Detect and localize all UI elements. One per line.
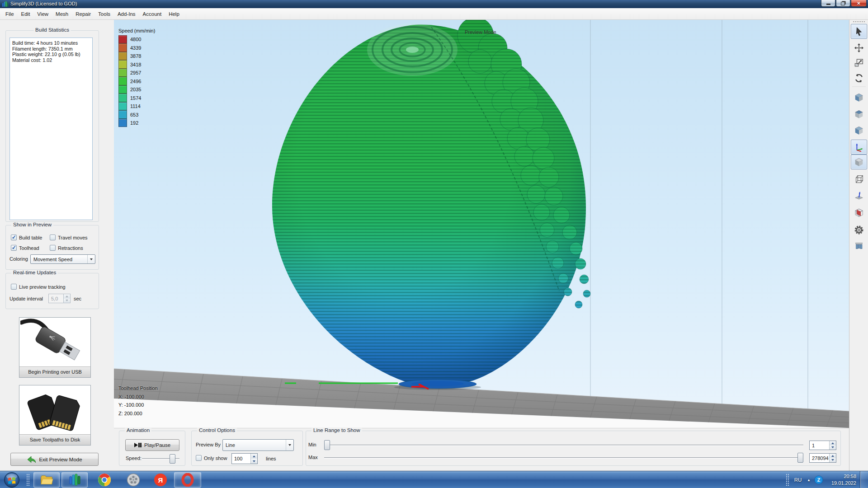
checkbox-travel-moves[interactable]: Travel moves bbox=[50, 235, 88, 240]
surface-normals-button[interactable] bbox=[851, 188, 867, 203]
toolbar-grip[interactable] bbox=[853, 21, 865, 23]
svg-text:Я: Я bbox=[158, 476, 163, 484]
menu-item-help[interactable]: Help bbox=[165, 9, 183, 19]
coloring-select[interactable]: Movement Speed bbox=[30, 254, 95, 264]
pan-tool-button[interactable] bbox=[851, 40, 867, 55]
view-default-button[interactable] bbox=[851, 90, 867, 105]
settings-gear-button[interactable] bbox=[851, 222, 867, 237]
min-slider-thumb[interactable] bbox=[324, 440, 330, 450]
tray-grip[interactable] bbox=[786, 474, 789, 486]
taskbar-chrome-button[interactable] bbox=[93, 472, 116, 488]
preview-3d-viewport[interactable]: Speed (mm/min) 4800433938783418295724962… bbox=[114, 20, 849, 428]
menu-item-mesh[interactable]: Mesh bbox=[52, 9, 72, 19]
legend-swatch bbox=[118, 94, 127, 102]
checkbox-build-table[interactable]: Build table bbox=[11, 235, 42, 240]
taskbar-opera-button[interactable] bbox=[174, 472, 201, 488]
chevron-down-icon bbox=[87, 255, 95, 263]
toolbar-separator bbox=[852, 87, 866, 88]
menu-item-edit[interactable]: Edit bbox=[18, 9, 34, 19]
update-interval-spinner[interactable]: 5,0 bbox=[48, 294, 71, 303]
taskbar-yandex-browser-button[interactable]: Я bbox=[149, 472, 172, 488]
checkbox-icon bbox=[50, 235, 56, 240]
restore-button[interactable] bbox=[836, 0, 850, 7]
scale-tool-icon bbox=[854, 58, 864, 68]
live-preview-tracking-checkbox[interactable]: Live preview tracking bbox=[11, 284, 66, 290]
simplify3d-icon bbox=[68, 473, 81, 487]
tray-app-icon[interactable]: Z bbox=[814, 475, 823, 485]
speed-slider-thumb[interactable] bbox=[170, 454, 175, 464]
view-front-icon bbox=[854, 126, 864, 136]
max-slider-thumb[interactable] bbox=[797, 453, 803, 463]
taskbar-explorer-button[interactable] bbox=[33, 472, 60, 488]
menu-item-view[interactable]: View bbox=[33, 9, 52, 19]
cursor-tool-button[interactable] bbox=[851, 24, 867, 39]
min-value-spinner[interactable]: 1 bbox=[809, 441, 836, 450]
min-slider-track[interactable] bbox=[324, 445, 803, 446]
speed-legend: Speed (mm/min) 4800433938783418295724962… bbox=[118, 28, 155, 127]
windows-orb-icon bbox=[4, 472, 20, 488]
cursor-tool-icon bbox=[854, 27, 864, 37]
only-show-checkbox[interactable]: Only show bbox=[196, 455, 227, 461]
legend-entry: 4800 bbox=[118, 35, 155, 44]
preview-mode-label: Preview Mode bbox=[465, 29, 496, 35]
play-pause-icon bbox=[134, 443, 142, 447]
max-slider-track[interactable] bbox=[324, 457, 803, 459]
checkbox-icon bbox=[11, 235, 17, 240]
save-toolpaths-button[interactable]: Save Toolpaths to Disk bbox=[19, 385, 91, 446]
menu-item-file[interactable]: File bbox=[2, 9, 18, 19]
legend-value: 4800 bbox=[127, 37, 141, 42]
render-wireframe-button[interactable] bbox=[851, 171, 867, 186]
spinner-arrows-icon[interactable] bbox=[829, 441, 836, 450]
play-pause-button[interactable]: Play/Pause bbox=[125, 439, 179, 451]
view-toolbar bbox=[849, 20, 868, 471]
tray-expand-icon[interactable]: ▲ bbox=[805, 471, 813, 488]
title-bar: Simplify3D (Licensed to GOD) ✕ bbox=[0, 0, 868, 8]
realtime-updates-title: Real-time Updates bbox=[11, 270, 58, 275]
view-top-icon bbox=[854, 109, 864, 119]
legend-entry: 2957 bbox=[118, 69, 155, 77]
view-top-button[interactable] bbox=[851, 107, 867, 122]
lines-count-spinner[interactable]: 100 bbox=[231, 453, 258, 464]
show-desktop-button[interactable] bbox=[860, 471, 868, 488]
taskbar-simplify3d-button[interactable] bbox=[61, 472, 88, 488]
start-button[interactable] bbox=[4, 472, 20, 488]
close-button[interactable]: ✕ bbox=[851, 0, 867, 7]
checkbox-toolhead[interactable]: Toolhead bbox=[11, 245, 39, 251]
view-default-icon bbox=[854, 93, 864, 103]
checkbox-retractions[interactable]: Retractions bbox=[50, 245, 83, 251]
coordinate-axes-button[interactable] bbox=[851, 140, 867, 155]
render-solid-button[interactable] bbox=[851, 155, 867, 169]
max-value-spinner[interactable]: 278094 bbox=[809, 453, 836, 463]
toolhead-position-readout: Toolhead Position X: -100.000 Y: -100.00… bbox=[118, 384, 158, 418]
language-indicator[interactable]: RU bbox=[792, 471, 804, 488]
begin-printing-usb-button[interactable]: Begin Printing over USB bbox=[19, 317, 91, 378]
menu-item-tools[interactable]: Tools bbox=[94, 9, 114, 19]
taskbar-media-player-button[interactable] bbox=[122, 472, 145, 488]
preview-by-select[interactable]: Line bbox=[222, 439, 294, 451]
machine-control-button[interactable] bbox=[851, 238, 867, 253]
menu-item-repair[interactable]: Repair bbox=[72, 9, 94, 19]
usb-button-label: Begin Printing over USB bbox=[19, 366, 90, 377]
rotate-tool-button[interactable] bbox=[851, 70, 867, 85]
taskbar-grip[interactable] bbox=[26, 474, 30, 486]
exit-preview-mode-button[interactable]: Exit Preview Mode bbox=[10, 453, 99, 466]
spinner-arrows-icon[interactable] bbox=[63, 294, 70, 303]
menu-item-add-ins[interactable]: Add-Ins bbox=[114, 9, 139, 19]
cross-section-button[interactable] bbox=[851, 205, 867, 220]
spinner-arrows-icon[interactable] bbox=[829, 454, 836, 462]
svg-text:Z: Z bbox=[817, 477, 821, 483]
windows-taskbar: RU ▲ Z 20:58 19.01.2022 Я bbox=[0, 471, 868, 488]
legend-swatch bbox=[118, 85, 127, 94]
3d-scene bbox=[114, 20, 849, 428]
view-front-button[interactable] bbox=[851, 123, 867, 138]
clock[interactable]: 20:58 19.01.2022 bbox=[825, 473, 856, 487]
menu-item-account[interactable]: Account bbox=[139, 9, 165, 19]
legend-value: 2035 bbox=[127, 87, 141, 92]
scale-tool-button[interactable] bbox=[851, 55, 867, 70]
minimize-button[interactable] bbox=[821, 0, 835, 7]
build-statistics-box: Build time: 4 hours 10 minutesFilament l… bbox=[9, 38, 93, 220]
legend-swatch bbox=[118, 69, 127, 77]
show-in-preview-title: Show in Preview bbox=[11, 222, 53, 227]
stat-line: Plastic weight: 22.10 g (0.05 lb) bbox=[12, 52, 90, 57]
spinner-arrows-icon[interactable] bbox=[250, 454, 257, 464]
